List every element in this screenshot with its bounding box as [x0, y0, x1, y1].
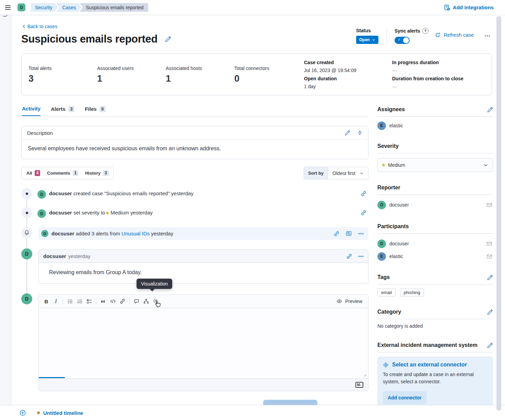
- case-duration-details: Case createdJul 16, 2023 @ 19:54:09 In p…: [304, 59, 485, 91]
- participant-row: E elastic: [377, 252, 493, 261]
- menu-hamburger-icon[interactable]: [4, 4, 11, 11]
- detail-open-duration: Open duration1 day: [304, 75, 392, 91]
- tab-files[interactable]: Files 0: [85, 106, 106, 116]
- stat-associated-users: Associated users1: [97, 66, 166, 83]
- edit-tags-pencil-icon[interactable]: [487, 275, 493, 280]
- avatar: D: [377, 240, 386, 248]
- comment-author: docsuser: [43, 253, 66, 259]
- comment-text: Reviewing emails from Group A today.: [39, 263, 368, 283]
- copy-link-icon[interactable]: [361, 191, 366, 196]
- filter-comments[interactable]: Comments 1: [47, 170, 78, 176]
- untitled-timeline-link[interactable]: Untitled timeline: [43, 410, 83, 416]
- focus-indicator: [39, 377, 65, 378]
- unusual-ids-link[interactable]: Unusual IDs: [121, 231, 150, 236]
- refresh-case-label: Refresh case: [444, 32, 474, 38]
- back-to-cases-link[interactable]: Back to cases: [22, 24, 57, 29]
- more-actions-icon[interactable]: [484, 33, 490, 39]
- breadcrumb-security[interactable]: Security: [31, 3, 58, 12]
- activity-filter-row: All 4 Comments 1 History 3 Sort by Oldes…: [21, 167, 368, 179]
- history-count-badge: 3: [103, 170, 109, 176]
- avatar: D: [377, 201, 386, 209]
- email-icon[interactable]: [486, 254, 492, 259]
- alerts-added-row: D docsuser added 3 alerts from Unusual I…: [38, 227, 368, 240]
- gear-icon: [383, 362, 389, 368]
- resize-handle[interactable]: [364, 374, 367, 377]
- case-stats-panel: Total alerts3 Associated users1 Associat…: [21, 54, 492, 95]
- edit-connector-pencil-icon[interactable]: [487, 342, 493, 348]
- visualization-button[interactable]: [151, 296, 161, 306]
- description-text: Several employees have received suspicio…: [22, 140, 368, 159]
- status-label: Status: [356, 28, 378, 33]
- quote-button[interactable]: [98, 296, 108, 306]
- email-icon[interactable]: [486, 241, 492, 247]
- add-integrations-link[interactable]: Add integrations: [444, 4, 494, 11]
- reporter-title: Reporter: [377, 185, 400, 191]
- filter-history[interactable]: History 3: [85, 170, 108, 176]
- page-title: Suspicious emails reported: [21, 32, 157, 46]
- italic-button[interactable]: I: [51, 296, 61, 306]
- tabs-divider: [21, 117, 368, 117]
- sort-select[interactable]: Sort by Oldest first: [304, 167, 368, 179]
- reporter-name: docsuser: [389, 202, 409, 208]
- refresh-case-button[interactable]: Refresh case: [435, 32, 474, 38]
- add-connector-button[interactable]: Add connector: [383, 391, 426, 404]
- ordered-list-button[interactable]: [75, 296, 84, 306]
- reporter-row: D docsuser: [377, 200, 493, 209]
- edit-category-pencil-icon[interactable]: [487, 309, 493, 315]
- check-icon: ✓: [398, 37, 401, 42]
- email-icon[interactable]: [486, 202, 492, 208]
- external-system-title: External incident management system: [377, 342, 478, 348]
- copy-link-icon[interactable]: [334, 231, 339, 236]
- participant-row: D docsuser: [377, 239, 493, 248]
- activity-event-alerts: docsuser added 3 alerts from Unusual IDs…: [51, 227, 173, 240]
- refresh-icon: [435, 32, 441, 38]
- unordered-list-button[interactable]: [65, 296, 75, 306]
- sync-alerts-control: Sync alerts ? ✓: [395, 28, 428, 44]
- avatar: D: [21, 293, 32, 304]
- all-count-badge: 4: [35, 170, 40, 176]
- more-actions-icon[interactable]: [358, 254, 364, 259]
- page-scrollbar[interactable]: [496, 16, 501, 411]
- add-comment-button-partial[interactable]: [263, 400, 317, 405]
- external-connector-section: External incident management system Sele…: [377, 341, 493, 410]
- header-divider: [387, 30, 387, 44]
- status-open-button[interactable]: Open: [356, 36, 378, 44]
- collapse-description-icon[interactable]: [357, 130, 363, 136]
- space-avatar[interactable]: D: [17, 3, 25, 11]
- sync-alerts-label: Sync alerts: [395, 28, 420, 34]
- copy-link-icon[interactable]: [361, 210, 366, 215]
- edit-assignees-pencil-icon[interactable]: [487, 107, 493, 113]
- more-actions-icon[interactable]: [358, 231, 364, 236]
- connector-callout-title: Select an external connector: [392, 362, 467, 368]
- comment-textarea[interactable]: [39, 308, 368, 378]
- markdown-help-icon[interactable]: M↓: [355, 382, 363, 388]
- collapsed-nav-rail: [0, 15, 12, 405]
- toggle-knob: [403, 37, 409, 43]
- severity-select[interactable]: Medium: [377, 158, 493, 172]
- edit-description-pencil-icon[interactable]: [345, 130, 350, 136]
- insert-timeline-button[interactable]: [141, 296, 151, 306]
- tab-alerts[interactable]: Alerts 3: [51, 106, 74, 116]
- filter-all[interactable]: All 4: [26, 170, 40, 176]
- add-timeline-icon[interactable]: [20, 410, 26, 416]
- breadcrumb: Security Cases Suspicious emails reporte…: [31, 3, 148, 12]
- breadcrumb-cases[interactable]: Cases: [56, 3, 82, 12]
- bell-icon: [21, 227, 32, 238]
- reporter-section: Reporter D docsuser: [377, 184, 493, 209]
- connector-callout: Select an external connector To create a…: [377, 357, 493, 410]
- link-button[interactable]: [118, 296, 127, 306]
- help-icon[interactable]: ?: [422, 28, 428, 34]
- tab-activity[interactable]: Activity: [22, 106, 40, 116]
- sync-alerts-toggle[interactable]: ✓: [395, 37, 410, 44]
- add-comment-to-timeline-button[interactable]: [132, 296, 141, 306]
- eye-icon: [337, 299, 342, 304]
- bold-button[interactable]: B: [42, 296, 51, 306]
- task-list-button[interactable]: [84, 296, 94, 306]
- detail-case-created: Case createdJul 16, 2023 @ 19:54:09: [304, 59, 392, 74]
- code-button[interactable]: [108, 296, 118, 306]
- preview-toggle[interactable]: Preview: [331, 295, 368, 308]
- stat-total-connectors: Total connectors0: [234, 66, 303, 83]
- edit-title-pencil-icon[interactable]: [165, 36, 171, 42]
- copy-link-icon[interactable]: [347, 254, 352, 259]
- investigate-in-timeline-icon[interactable]: [346, 231, 352, 236]
